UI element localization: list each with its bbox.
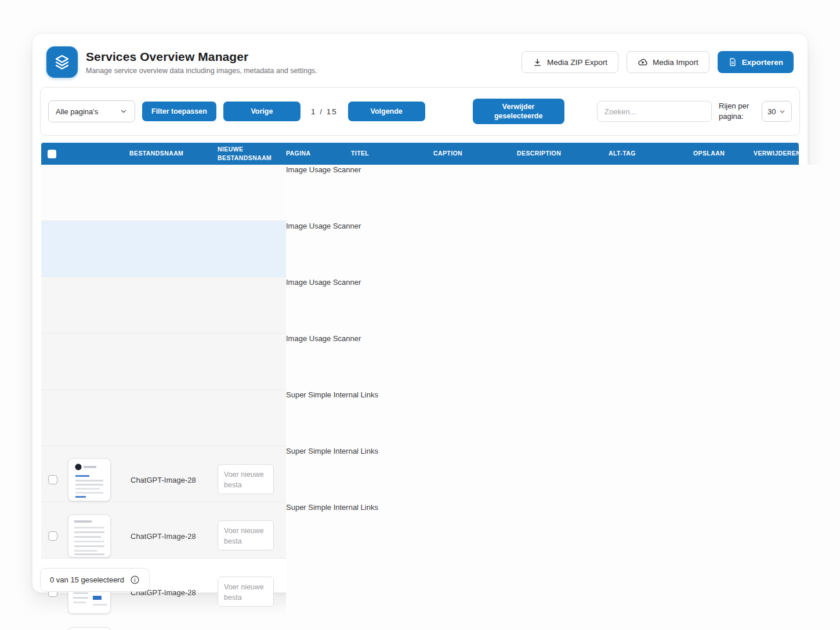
table-row: ChatGPT-Image-28 Image Usage Scanner Cha… <box>41 277 799 334</box>
column-verwijderen: VERWIJDEREN <box>754 149 803 158</box>
layers-icon <box>53 53 71 71</box>
column-nieuwe-bestandsnaam: NIEUWE BESTANDSNAAM <box>218 145 283 162</box>
column-bestandsnaam: BESTANDSNAAM <box>129 149 214 158</box>
table-row: ChatGPT-Image-28 Image Usage Scanner Cha… <box>41 334 799 390</box>
title-block: Services Overview Manager Manage service… <box>86 50 522 75</box>
new-filename-input[interactable] <box>218 520 274 551</box>
chevron-down-icon <box>779 108 786 115</box>
app-logo <box>46 46 78 78</box>
page-title: Services Overview Manager <box>86 50 522 64</box>
column-pagina: PAGINA <box>286 149 347 158</box>
select-all-checkbox[interactable] <box>48 150 56 158</box>
table-row: ChatGPT-Image-28 Image Usage Scanner Cha… <box>41 221 799 277</box>
prev-page-button[interactable]: Vorige <box>223 102 300 121</box>
table-row: ChatGPT-Image-28 Super Simple Internal L… <box>41 502 799 559</box>
chevron-down-icon <box>120 107 128 115</box>
page-filter-value: Alle pagina's <box>56 107 98 116</box>
export-button[interactable]: Exporteren <box>718 51 794 73</box>
table-row: ChatGPT-Image-28 Super Simple Internal L… <box>41 446 799 502</box>
selection-count: 0 van 15 geselecteerd <box>50 575 124 584</box>
app-header: Services Overview Manager Manage service… <box>32 34 808 87</box>
media-zip-export-label: Media ZIP Export <box>547 58 607 67</box>
column-opslaan: OPSLAAN <box>693 149 750 158</box>
page-cell: Super Simple Internal Links <box>286 502 840 630</box>
row-checkbox[interactable] <box>48 475 57 484</box>
column-alt-tag: ALT-TAG <box>609 149 690 158</box>
page-background: Services Overview Manager Manage service… <box>0 0 840 630</box>
page-indicator: 1 / 15 <box>307 107 341 116</box>
page-subtitle: Manage service overview data including i… <box>86 67 522 75</box>
media-import-button[interactable]: Media Import <box>627 51 709 73</box>
selection-summary: 0 van 15 geselecteerd <box>40 568 150 592</box>
table-header-row: BESTANDSNAAM NIEUWE BESTANDSNAAM PAGINA … <box>41 143 799 165</box>
rows-per-page-value: 30 <box>767 107 776 116</box>
download-icon <box>533 57 542 67</box>
row-thumbnail[interactable] <box>68 458 111 501</box>
filename-cell: ChatGPT-Image-28 <box>129 532 214 541</box>
toolbar: Alle pagina's Filter toepassen Vorige 1 … <box>40 87 800 136</box>
filename-cell: ChatGPT-Image-28 <box>129 476 214 484</box>
delete-selected-button[interactable]: Verwijder geselecteerde <box>473 99 564 124</box>
column-description: DESCRIPTION <box>517 149 605 158</box>
page-filter-select[interactable]: Alle pagina's <box>48 100 135 122</box>
search-input[interactable] <box>597 101 712 122</box>
export-label: Exporteren <box>742 58 783 67</box>
new-filename-input[interactable] <box>218 464 274 494</box>
next-page-button[interactable]: Volgende <box>348 102 425 121</box>
media-zip-export-button[interactable]: Media ZIP Export <box>522 51 618 73</box>
table-row: ChatGPT-Image-28 Image Usage Scanner Cha… <box>41 165 799 221</box>
row-thumbnail[interactable] <box>68 627 111 630</box>
new-filename-input[interactable] <box>218 577 274 607</box>
rows-per-page-label: Rijen per pagina: <box>719 101 755 121</box>
media-table: BESTANDSNAAM NIEUWE BESTANDSNAAM PAGINA … <box>41 143 799 559</box>
rows-per-page-select[interactable]: 30 <box>762 101 792 122</box>
column-caption: CAPTION <box>433 149 513 158</box>
row-thumbnail[interactable] <box>68 515 111 557</box>
apply-filter-button[interactable]: Filter toepassen <box>142 102 216 121</box>
row-checkbox[interactable] <box>48 531 57 541</box>
cloud-upload-icon <box>638 57 648 67</box>
app-card: Services Overview Manager Manage service… <box>32 33 808 593</box>
table-row: ChatGPT-Image-28 Super Simple Internal L… <box>41 390 799 446</box>
file-icon <box>728 57 737 67</box>
column-titel: TITEL <box>351 149 430 158</box>
info-icon[interactable] <box>130 575 140 585</box>
header-actions: Media ZIP Export Media Import Exporteren <box>522 51 794 73</box>
table-body: ChatGPT-Image-28 Image Usage Scanner Cha… <box>41 165 799 559</box>
media-import-label: Media Import <box>653 58 698 67</box>
